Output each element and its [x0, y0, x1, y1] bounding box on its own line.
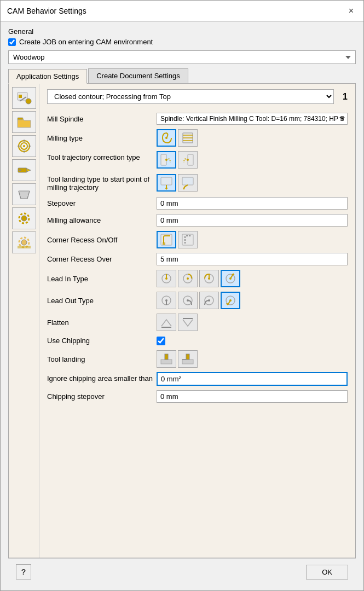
stepover-value-row — [157, 195, 348, 212]
contour-dropdown[interactable]: Closed contour; Processing from Top — [47, 89, 334, 104]
svg-point-23 — [165, 137, 167, 139]
svg-rect-29 — [161, 177, 172, 185]
target-icon — [16, 138, 32, 154]
svg-point-18 — [21, 216, 27, 221]
footer: ? OK — [8, 558, 356, 585]
svg-point-2 — [26, 99, 31, 104]
content-area: Closed contour; Processing from Top 1 Mi… — [39, 84, 355, 558]
svg-rect-1 — [19, 95, 22, 98]
ok-button[interactable]: OK — [306, 565, 348, 580]
lead-in-1-icon — [159, 271, 174, 286]
milling-linear-icon — [181, 131, 195, 145]
lead-out-btn-4[interactable] — [221, 292, 240, 309]
corner-recess-over-label: Corner Recess Over — [47, 251, 157, 268]
tool-trajectory-btn-1[interactable] — [157, 151, 176, 169]
lead-out-btn-3[interactable] — [199, 292, 219, 309]
trajectory-left-icon — [159, 153, 174, 167]
milling-allowance-label: Milling allowance — [47, 212, 157, 229]
gear2-icon — [16, 235, 32, 250]
tab-application-settings[interactable]: Application Settings — [8, 69, 87, 84]
lead-out-type-label: Lead Out Type — [47, 289, 157, 311]
lead-out-btn-2[interactable] — [178, 292, 198, 309]
svg-rect-60 — [165, 354, 168, 360]
svg-rect-35 — [163, 242, 165, 245]
stepover-input[interactable] — [157, 197, 348, 210]
sidebar-btn-folder[interactable] — [12, 111, 36, 133]
lead-out-btn-1[interactable] — [157, 292, 176, 309]
mill-spindle-dropdown[interactable]: Spindle: Vertical Finish Milling C Tool:… — [157, 113, 348, 125]
milling-allowance-input[interactable] — [157, 214, 348, 227]
milling-spiral-icon — [159, 131, 174, 145]
flatten-2-icon — [181, 315, 195, 329]
create-job-checkbox[interactable] — [8, 38, 16, 46]
woodwop-dropdown-row: Woodwop — [8, 50, 356, 64]
tool-trajectory-label: Tool trajectory correction type — [47, 149, 157, 171]
mill-spindle-label: Mill Spindle — [47, 111, 157, 127]
close-button[interactable]: × — [345, 5, 357, 17]
flatten-btn-2[interactable] — [178, 314, 198, 331]
flatten-btn-1[interactable] — [157, 314, 176, 331]
lead-in-btn-3[interactable] — [199, 270, 219, 287]
svg-rect-59 — [161, 360, 172, 364]
drill-icon — [16, 163, 32, 178]
corner-recess-over-input[interactable] — [157, 253, 348, 265]
cam-behavior-settings-dialog: CAM Behavior Settings × General Create J… — [0, 0, 364, 591]
tool-landing-type-1-icon — [159, 352, 174, 366]
dialog-body: General Create JOB on entering CAM envir… — [1, 22, 363, 590]
chipping-stepover-label: Chipping stepover — [47, 388, 157, 405]
sidebar-btn-gear[interactable] — [12, 207, 36, 229]
corner-recess-onoff-label: Corner Recess On/Off — [47, 229, 157, 251]
lead-out-1-icon — [159, 293, 174, 308]
gear-icon — [16, 211, 32, 226]
tool-landing-type-label: Tool landing — [47, 348, 157, 370]
contour-number: 1 — [343, 92, 348, 102]
sidebar-btn-target[interactable] — [12, 135, 36, 157]
tool-landing-btn-1[interactable] — [157, 174, 176, 192]
use-chipping-checkbox[interactable] — [157, 337, 165, 345]
help-button[interactable]: ? — [16, 564, 31, 580]
milling-type-btn-1[interactable] — [157, 129, 176, 147]
svg-point-39 — [165, 277, 167, 280]
sidebar-btn-wrench[interactable] — [12, 87, 36, 109]
create-job-label: Create JOB on entering CAM environment — [19, 38, 153, 46]
tab-create-document-settings[interactable]: Create Document Settings — [88, 68, 188, 83]
sidebar — [9, 84, 39, 558]
lead-out-4-icon — [223, 293, 238, 308]
chipping-stepover-value-row — [157, 388, 348, 405]
corner-recess-off-btn[interactable] — [178, 231, 198, 248]
flatten-buttons — [157, 311, 348, 333]
woodwop-dropdown[interactable]: Woodwop — [8, 50, 356, 64]
lead-in-btn-4[interactable] — [221, 270, 240, 287]
lead-in-btn-2[interactable] — [178, 270, 198, 287]
sidebar-btn-drill[interactable] — [12, 159, 36, 181]
svg-rect-62 — [186, 354, 189, 360]
sidebar-btn-gear2[interactable] — [12, 231, 36, 253]
svg-point-7 — [23, 145, 25, 147]
ignore-chipping-label: Ignore chipping area smaller than — [47, 370, 157, 388]
svg-marker-31 — [165, 188, 168, 190]
milling-type-btn-2[interactable] — [178, 129, 198, 147]
svg-point-55 — [229, 299, 232, 302]
chipping-stepover-input[interactable] — [157, 390, 348, 403]
lead-in-4-icon — [223, 271, 238, 286]
ignore-chipping-input[interactable] — [157, 372, 348, 386]
folder-icon — [16, 114, 32, 130]
mill-spindle-value-row: Spindle: Vertical Finish Milling C Tool:… — [157, 111, 348, 127]
stepover-label: Stepover — [47, 195, 157, 212]
sidebar-btn-shape[interactable] — [12, 183, 36, 205]
svg-point-45 — [229, 277, 232, 280]
corner-recess-on-btn[interactable] — [157, 231, 176, 248]
title-bar: CAM Behavior Settings × — [1, 1, 363, 22]
lead-in-btn-1[interactable] — [157, 270, 176, 287]
tool-landing-type-btn-1[interactable] — [157, 350, 176, 368]
shape-icon — [16, 187, 32, 202]
lead-out-3-icon — [202, 293, 216, 308]
tool-landing-buttons — [157, 171, 348, 195]
svg-point-53 — [208, 299, 210, 302]
ignore-chipping-value-row — [157, 370, 348, 388]
svg-rect-14 — [19, 170, 21, 171]
tool-landing-type-btn-2[interactable] — [178, 350, 198, 368]
tool-trajectory-btn-2[interactable] — [178, 151, 198, 169]
tool-landing-btn-2[interactable] — [178, 174, 198, 192]
dialog-title: CAM Behavior Settings — [7, 7, 86, 15]
